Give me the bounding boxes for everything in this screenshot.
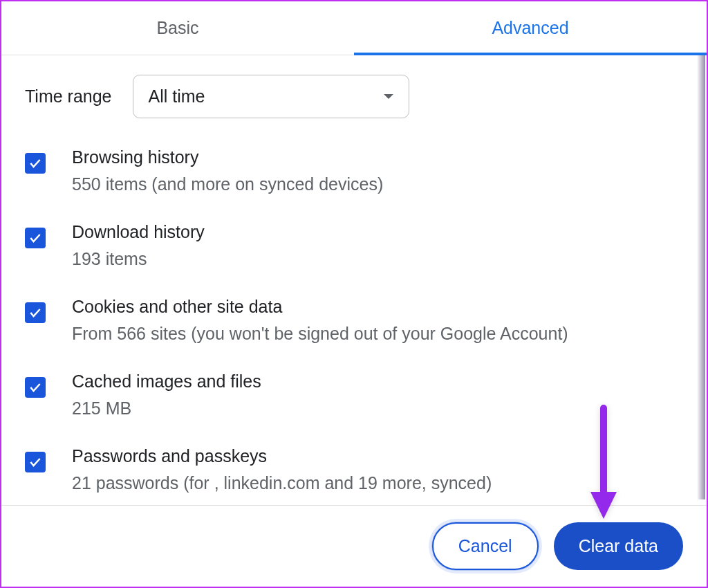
checkbox-title: Cached images and files: [72, 371, 261, 392]
checkmark-icon: [28, 156, 42, 170]
clear-data-button[interactable]: Clear data: [554, 522, 683, 570]
checkbox-item-cookies: Cookies and other site data From 566 sit…: [25, 297, 683, 344]
checkbox-item-browsing-history: Browsing history 550 items (and more on …: [25, 147, 683, 194]
checkbox-list: Browsing history 550 items (and more on …: [25, 147, 683, 505]
checkbox-description: 550 items (and more on synced devices): [72, 174, 383, 194]
checkbox-title: Passwords and passkeys: [72, 446, 492, 466]
checkbox-description: 193 items: [72, 249, 205, 269]
chevron-down-icon: [384, 94, 393, 99]
cancel-button[interactable]: Cancel: [432, 522, 539, 570]
checkmark-icon: [28, 455, 42, 469]
checkbox-description: 21 passwords (for , linkedin.com and 19 …: [72, 473, 492, 493]
tab-advanced[interactable]: Advanced: [354, 1, 707, 55]
checkbox-text: Cached images and files 215 MB: [72, 371, 261, 419]
checkbox-description: From 566 sites (you won't be signed out …: [72, 324, 568, 344]
checkmark-icon: [28, 380, 42, 394]
checkbox-browsing-history[interactable]: [25, 153, 46, 174]
checkbox-title: Browsing history: [72, 147, 383, 167]
checkbox-description: 215 MB: [72, 398, 261, 419]
checkmark-icon: [28, 306, 42, 320]
checkbox-text: Browsing history 550 items (and more on …: [72, 147, 383, 194]
checkbox-title: Download history: [72, 222, 205, 242]
checkbox-cache[interactable]: [25, 377, 46, 398]
checkbox-text: Download history 193 items: [72, 222, 205, 269]
checkbox-item-passwords: Passwords and passkeys 21 passwords (for…: [25, 446, 683, 493]
dialog-content: Time range All time Browsing history 550…: [1, 55, 707, 505]
dialog-footer: Cancel Clear data: [1, 505, 707, 587]
tabs-container: Basic Advanced: [1, 1, 707, 55]
checkbox-text: Cookies and other site data From 566 sit…: [72, 297, 568, 344]
time-range-row: Time range All time: [25, 75, 683, 118]
checkbox-cookies[interactable]: [25, 302, 46, 323]
checkbox-title: Cookies and other site data: [72, 297, 568, 317]
checkbox-download-history[interactable]: [25, 228, 46, 248]
checkbox-passwords[interactable]: [25, 452, 46, 472]
time-range-value: All time: [149, 86, 205, 107]
checkbox-item-cache: Cached images and files 215 MB: [25, 371, 683, 419]
time-range-select[interactable]: All time: [133, 75, 409, 118]
checkbox-text: Passwords and passkeys 21 passwords (for…: [72, 446, 492, 493]
checkbox-item-download-history: Download history 193 items: [25, 222, 683, 269]
tab-basic[interactable]: Basic: [1, 1, 354, 55]
checkmark-icon: [28, 231, 42, 245]
clear-browsing-data-dialog: Basic Advanced Time range All time Brows…: [1, 1, 707, 587]
time-range-label: Time range: [25, 86, 112, 107]
